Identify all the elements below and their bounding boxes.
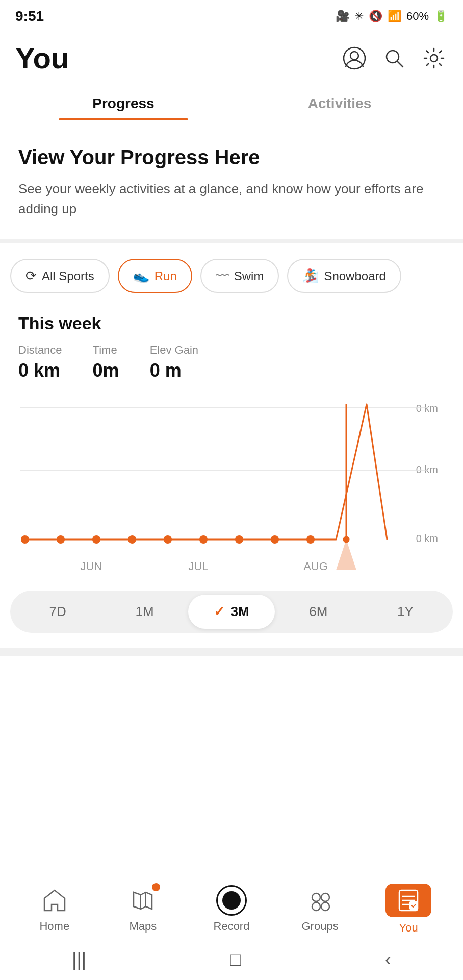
svg-point-0	[344, 47, 365, 69]
check-icon: ✓	[214, 604, 228, 619]
nav-maps[interactable]: Maps	[99, 885, 188, 933]
all-sports-icon: ⟳	[25, 268, 37, 284]
status-time: 9:51	[15, 8, 44, 24]
sport-run-button[interactable]: 👟 Run	[118, 259, 192, 293]
sport-snowboard-button[interactable]: 🏂 Snowboard	[287, 259, 401, 293]
bottom-nav: Home Maps Record	[0, 873, 463, 939]
tabs: Progress Activities	[0, 85, 463, 120]
week-section: This week Distance 0 km Time 0m Elev Gai…	[0, 303, 463, 381]
tab-progress[interactable]: Progress	[15, 85, 232, 120]
svg-point-27	[312, 893, 320, 901]
distance-label: Distance	[18, 344, 62, 357]
svg-point-16	[235, 535, 243, 544]
nav-recent-button[interactable]: ‹	[385, 949, 391, 970]
svg-point-4	[430, 55, 438, 62]
record-icon-wrap	[216, 885, 247, 916]
record-label: Record	[214, 920, 250, 933]
maps-label: Maps	[129, 920, 157, 933]
maps-icon-wrap	[127, 885, 158, 916]
svg-text:0 km: 0 km	[416, 464, 438, 475]
time-value: 0m	[93, 360, 119, 381]
header: You	[0, 31, 463, 85]
you-label: You	[399, 921, 418, 935]
svg-rect-35	[409, 901, 418, 910]
progress-description: See your weekly activities at a glance, …	[18, 179, 445, 219]
svg-point-17	[271, 535, 279, 544]
svg-point-1	[350, 52, 358, 60]
bluetooth-icon: ✳	[354, 10, 364, 23]
snowboard-icon: 🏂	[302, 268, 319, 284]
progress-chart: 0 km 0 km 0 km JUN JUL AUG	[0, 397, 463, 580]
svg-text:JUL: JUL	[188, 560, 208, 573]
svg-point-15	[199, 535, 208, 544]
search-button[interactable]	[380, 44, 408, 72]
svg-text:AUG: AUG	[303, 560, 328, 573]
battery-icon: 🔋	[434, 10, 448, 23]
run-icon: 👟	[133, 268, 149, 284]
swim-icon: 〰	[216, 268, 229, 284]
svg-point-28	[321, 893, 329, 901]
svg-text:0 km: 0 km	[416, 533, 438, 544]
svg-marker-21	[336, 540, 356, 570]
time-7d-button[interactable]: 7D	[14, 595, 101, 629]
nav-back-button[interactable]: |||	[72, 949, 86, 970]
you-icon-wrap	[385, 884, 431, 917]
sport-all-button[interactable]: ⟳ All Sports	[10, 259, 110, 293]
nav-record[interactable]: Record	[187, 885, 276, 933]
record-circle	[216, 885, 247, 916]
elev-label: Elev Gain	[150, 344, 198, 357]
svg-point-30	[321, 902, 329, 911]
home-icon-wrap	[39, 885, 70, 916]
navigation-bar: ||| □ ‹	[0, 939, 463, 980]
sport-filter: ⟳ All Sports 👟 Run 〰 Swim 🏂 Snowboard	[0, 243, 463, 303]
wifi-icon: 📶	[388, 10, 401, 23]
week-title: This week	[18, 313, 445, 333]
header-icons	[341, 44, 448, 72]
svg-point-10	[21, 535, 29, 544]
status-icons: 🎥 ✳ 🔇 📶 60% 🔋	[336, 10, 448, 23]
sport-swim-button[interactable]: 〰 Swim	[200, 259, 279, 293]
time-6m-button[interactable]: 6M	[275, 595, 362, 629]
status-bar: 9:51 🎥 ✳ 🔇 📶 60% 🔋	[0, 0, 463, 31]
svg-point-12	[92, 535, 100, 544]
time-1y-button[interactable]: 1Y	[362, 595, 449, 629]
svg-line-3	[397, 61, 403, 67]
svg-point-13	[128, 535, 136, 544]
nav-groups[interactable]: Groups	[276, 885, 365, 933]
groups-icon-wrap	[305, 885, 336, 916]
groups-label: Groups	[302, 920, 339, 933]
settings-button[interactable]	[420, 44, 448, 72]
time-3m-button[interactable]: ✓ 3M	[188, 595, 275, 629]
home-label: Home	[39, 920, 69, 933]
nav-home[interactable]: Home	[10, 885, 99, 933]
stats-row: Distance 0 km Time 0m Elev Gain 0 m	[18, 344, 445, 381]
profile-button[interactable]	[341, 44, 368, 72]
distance-value: 0 km	[18, 360, 62, 381]
stat-distance: Distance 0 km	[18, 344, 62, 381]
svg-point-11	[57, 535, 65, 544]
nav-home-button[interactable]: □	[230, 949, 241, 970]
maps-badge	[152, 883, 160, 891]
time-1m-button[interactable]: 1M	[101, 595, 188, 629]
svg-point-29	[312, 902, 320, 911]
tab-activities[interactable]: Activities	[232, 85, 448, 120]
nav-you[interactable]: You	[364, 884, 453, 935]
progress-title: View Your Progress Here	[18, 146, 445, 169]
time-filter: 7D 1M ✓ 3M 6M 1Y	[10, 591, 453, 633]
page-title: You	[15, 41, 69, 75]
svg-text:JUN: JUN	[81, 560, 102, 573]
svg-point-18	[306, 535, 315, 544]
elev-value: 0 m	[150, 360, 198, 381]
stat-elev: Elev Gain 0 m	[150, 344, 198, 381]
record-inner	[222, 891, 241, 910]
separator	[0, 648, 463, 656]
svg-text:0 km: 0 km	[416, 403, 438, 414]
stat-time: Time 0m	[93, 344, 119, 381]
progress-section: View Your Progress Here See your weekly …	[0, 120, 463, 243]
video-icon: 🎥	[336, 10, 349, 23]
mute-icon: 🔇	[369, 10, 382, 23]
battery-text: 60%	[406, 10, 429, 23]
chart-container: 0 km 0 km 0 km JUN JUL AUG	[0, 397, 463, 580]
time-label: Time	[93, 344, 119, 357]
svg-point-14	[164, 535, 172, 544]
